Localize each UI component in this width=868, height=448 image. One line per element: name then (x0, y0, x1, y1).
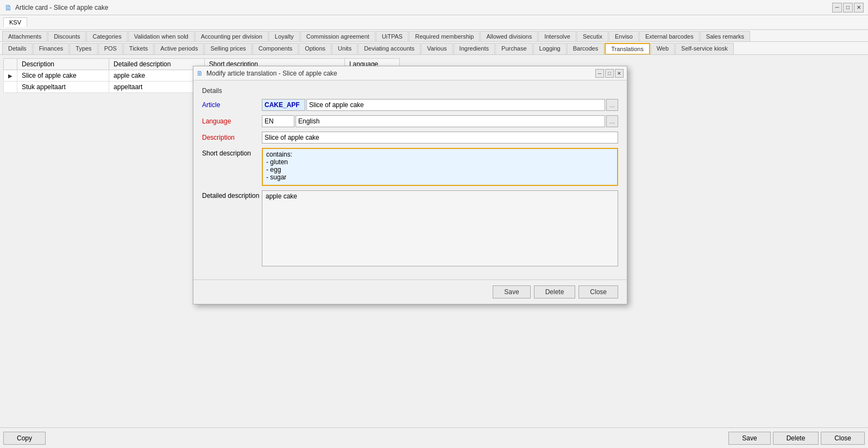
article-code-input[interactable] (262, 99, 305, 111)
modal-maximize-button[interactable]: □ (605, 69, 614, 78)
article-input-group: … (262, 99, 618, 111)
description-input[interactable] (262, 132, 618, 144)
modal-title-bar: 🗎 Modify article translation - Slice of … (193, 66, 627, 80)
col-description-header: Description (17, 59, 109, 70)
close-window-button[interactable]: ✕ (854, 3, 864, 13)
app-icon: 🗎 (4, 3, 12, 12)
tab-details[interactable]: Details (2, 43, 33, 54)
main-content: Description Detailed description Short d… (0, 55, 868, 422)
detailed-desc-label: Detailed description (202, 190, 262, 266)
short-description-textarea[interactable]: contains: - gluten - egg - sugar (262, 148, 618, 186)
detailed-description-textarea[interactable]: apple cake (262, 190, 618, 266)
tab-categories[interactable]: Categories (86, 31, 127, 41)
ksv-area: KSV (0, 15, 868, 30)
article-row: Article … (202, 99, 618, 111)
modal-title: Modify article translation - Slice of ap… (206, 70, 337, 77)
tab-allowed-divisions[interactable]: Allowed divisions (480, 31, 538, 41)
tab-commission-agreement[interactable]: Commission agreement (300, 31, 375, 41)
modify-translation-modal: 🗎 Modify article translation - Slice of … (193, 66, 627, 304)
ksv-tab[interactable]: KSV (3, 17, 27, 27)
modal-delete-button[interactable]: Delete (534, 285, 576, 298)
modal-footer: Save Delete Close (193, 279, 627, 304)
save-button[interactable]: Save (728, 432, 770, 445)
tab-intersolve[interactable]: Intersolve (538, 31, 576, 41)
tab-logging[interactable]: Logging (533, 43, 567, 54)
tab-web[interactable]: Web (651, 43, 675, 54)
tab-finances[interactable]: Finances (33, 43, 70, 54)
tab-external-barcodes[interactable]: External barcodes (639, 31, 700, 41)
language-code-input[interactable] (262, 115, 294, 127)
tab-discounts[interactable]: Discounts (48, 31, 86, 41)
bottom-left-buttons: Copy (3, 432, 46, 445)
modal-window-controls: ─ □ ✕ (595, 69, 624, 78)
tab-accounting-per-division[interactable]: Accounting per division (195, 31, 268, 41)
tab-units[interactable]: Units (332, 43, 357, 54)
row-detailed-2: appeltaart (109, 82, 205, 93)
tab-self-service-kiosk[interactable]: Self-service kiosk (675, 43, 734, 54)
modal-icon: 🗎 (197, 70, 203, 77)
modal-minimize-button[interactable]: ─ (595, 69, 604, 78)
maximize-button[interactable]: □ (843, 3, 853, 13)
title-bar: 🗎 Article card - Slice of apple cake ─ □… (0, 0, 868, 15)
language-label: Language (202, 117, 262, 125)
col-description (4, 59, 17, 70)
tab-enviso[interactable]: Enviso (609, 31, 639, 41)
short-desc-label: Short description (202, 148, 262, 186)
row-description-2: Stuk appeltaart (17, 82, 109, 93)
tab-sales-remarks[interactable]: Sales remarks (700, 31, 750, 41)
details-section-label: Details (202, 87, 618, 95)
tab-active-periods[interactable]: Active periods (154, 43, 204, 54)
tab-purchase[interactable]: Purchase (495, 43, 532, 54)
tab-attachments[interactable]: Attachments (2, 31, 47, 41)
window-controls: ─ □ ✕ (832, 3, 864, 13)
language-name-input[interactable] (295, 115, 605, 127)
row-detailed-1: apple cake (109, 70, 205, 82)
tab-types[interactable]: Types (70, 43, 97, 54)
tab-pos[interactable]: POS (98, 43, 123, 54)
tab-loyalty[interactable]: Loyalty (269, 31, 300, 41)
tab-deviating-accounts[interactable]: Deviating accounts (358, 43, 420, 54)
row-description-1: Slice of apple cake (17, 70, 109, 82)
tab-options[interactable]: Options (299, 43, 331, 54)
row-arrow-1: ▶ (4, 70, 17, 82)
tab-selling-prices[interactable]: Selling prices (204, 43, 251, 54)
tab-components[interactable]: Components (253, 43, 298, 54)
close-button[interactable]: Close (821, 432, 865, 445)
bottom-bar: Copy Save Delete Close (0, 427, 868, 448)
tab-secutix[interactable]: Secutix (577, 31, 608, 41)
minimize-button[interactable]: ─ (832, 3, 842, 13)
tab-uitpas[interactable]: UiTPAS (376, 31, 408, 41)
modal-content: Details Article … Language … (193, 80, 627, 277)
bottom-right-buttons: Save Delete Close (728, 432, 865, 445)
description-row: Description (202, 132, 618, 144)
language-input-group: … (262, 115, 618, 127)
tab-row-1: Attachments Discounts Categories Validat… (0, 30, 868, 42)
detailed-description-row: Detailed description apple cake (202, 190, 618, 266)
article-label: Article (202, 101, 262, 109)
tab-validation-when-sold[interactable]: Validation when sold (128, 31, 194, 41)
language-browse-button[interactable]: … (606, 115, 618, 127)
modal-close-button[interactable]: Close (578, 285, 618, 298)
description-label: Description (202, 134, 262, 141)
modal-close-button[interactable]: ✕ (615, 69, 624, 78)
tab-translations[interactable]: Translations (605, 43, 650, 55)
col-detailed-header: Detailed description (109, 59, 205, 70)
modal-save-button[interactable]: Save (493, 285, 530, 298)
description-input-group (262, 132, 618, 144)
row-arrow-2 (4, 82, 17, 93)
delete-button[interactable]: Delete (773, 432, 819, 445)
tab-ingredients[interactable]: Ingredients (454, 43, 495, 54)
window-title: Article card - Slice of apple cake (15, 4, 108, 11)
tab-various[interactable]: Various (421, 43, 452, 54)
language-row: Language … (202, 115, 618, 127)
copy-button[interactable]: Copy (3, 432, 46, 445)
article-name-input[interactable] (306, 99, 605, 111)
short-description-row: Short description contains: - gluten - e… (202, 148, 618, 186)
tab-barcodes[interactable]: Barcodes (567, 43, 604, 54)
tab-required-membership[interactable]: Required membership (409, 31, 480, 41)
tab-tickets[interactable]: Tickets (123, 43, 154, 54)
tab-row-2: Details Finances Types POS Tickets Activ… (0, 42, 868, 55)
article-browse-button[interactable]: … (606, 99, 618, 111)
